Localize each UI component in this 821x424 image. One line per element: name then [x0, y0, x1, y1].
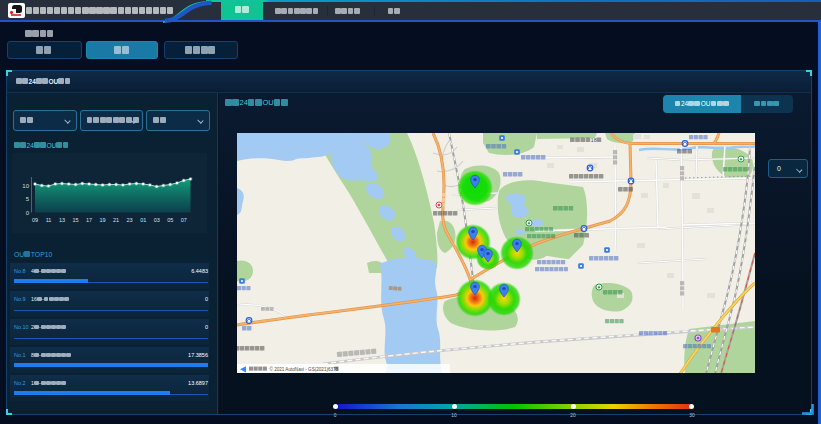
svg-text:03: 03: [154, 217, 160, 223]
svg-text:23: 23: [127, 217, 133, 223]
svg-text:8: 8: [594, 136, 597, 142]
svg-text:10: 10: [22, 182, 29, 188]
svg-text:21: 21: [113, 217, 119, 223]
svg-text:19: 19: [100, 217, 106, 223]
svg-text:09: 09: [32, 217, 38, 223]
svg-text:01: 01: [140, 217, 146, 223]
svg-text:0: 0: [26, 209, 30, 215]
svg-text:5: 5: [26, 196, 30, 202]
svg-text:© 2021 AutoNavi - GS(2021)6375: © 2021 AutoNavi - GS(2021)6375: [269, 366, 338, 372]
svg-text:13: 13: [59, 217, 65, 223]
svg-text:15: 15: [73, 217, 79, 223]
svg-text:17: 17: [86, 217, 92, 223]
svg-text:05: 05: [167, 217, 173, 223]
svg-text:11: 11: [46, 217, 52, 223]
svg-text:07: 07: [181, 217, 187, 223]
